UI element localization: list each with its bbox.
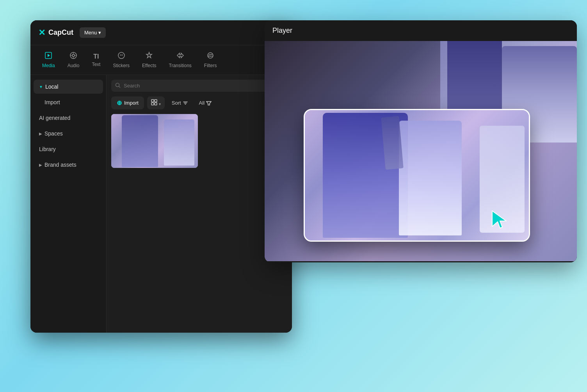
tool-filters-label: Filters	[204, 63, 217, 68]
chevron-down-icon: ▾	[159, 102, 161, 106]
view-toggle-button[interactable]: ▾	[147, 96, 165, 109]
app-name: CapCut	[48, 29, 73, 37]
tool-transitions[interactable]: Transitions	[164, 48, 197, 71]
vr-thumbnail-1	[111, 114, 198, 168]
main-toolbar: Media Audio TI Text	[30, 45, 292, 75]
second-person-silhouette	[399, 121, 462, 235]
import-button[interactable]: ⊕ Import	[111, 96, 144, 109]
app-logo: ✕ CapCut	[38, 28, 73, 38]
tool-audio-label: Audio	[68, 63, 80, 68]
player-title: Player	[272, 27, 292, 34]
effects-icon	[145, 52, 153, 61]
tool-audio[interactable]: Audio	[62, 48, 85, 71]
brand-assets-arrow-icon: ▶	[39, 163, 42, 167]
svg-rect-7	[151, 100, 154, 102]
filters-icon	[206, 52, 214, 61]
sidebar: ▼ Local Import AI generated ▶ Spaces Lib…	[30, 75, 107, 333]
search-wrapper	[111, 80, 287, 92]
svg-marker-1	[48, 54, 50, 57]
svg-marker-11	[492, 211, 506, 228]
menu-button[interactable]: Menu ▾	[80, 27, 106, 38]
player-header: Player	[265, 20, 577, 41]
player-content	[265, 41, 577, 261]
logo-icon: ✕	[38, 28, 45, 38]
all-label: All	[199, 100, 205, 106]
tool-stickers[interactable]: Stickers	[107, 48, 135, 71]
filter-all-button[interactable]: All	[195, 97, 215, 109]
menu-label: Menu ▾	[84, 30, 101, 36]
app-header: ✕ CapCut Menu ▾	[30, 20, 292, 45]
sidebar-brand-assets-label: Brand assets	[44, 162, 76, 168]
sidebar-item-import[interactable]: Import	[34, 95, 103, 109]
player-window: Player	[265, 20, 577, 262]
local-arrow-icon: ▼	[39, 85, 43, 89]
import-label: Import	[124, 100, 139, 106]
sort-button[interactable]: Sort	[168, 97, 192, 109]
tool-text[interactable]: TI Text	[86, 50, 106, 70]
svg-rect-8	[155, 100, 157, 102]
tool-media-label: Media	[42, 63, 55, 68]
tool-filters[interactable]: Filters	[199, 48, 222, 71]
svg-point-3	[72, 54, 75, 57]
cursor-arrow	[489, 209, 509, 231]
floating-media-card[interactable]	[304, 109, 530, 242]
transitions-icon	[176, 52, 184, 61]
svg-rect-9	[151, 103, 154, 105]
sidebar-item-spaces[interactable]: ▶ Spaces	[34, 127, 103, 141]
tool-text-label: Text	[92, 62, 100, 67]
sidebar-import-label: Import	[44, 99, 60, 105]
tool-stickers-label: Stickers	[113, 63, 130, 68]
sidebar-item-ai-generated[interactable]: AI generated	[34, 111, 103, 125]
sidebar-spaces-label: Spaces	[44, 130, 63, 137]
tool-effects-label: Effects	[142, 63, 156, 68]
sidebar-local-label: Local	[45, 84, 58, 90]
stickers-icon	[117, 52, 125, 61]
sidebar-ai-label: AI generated	[39, 115, 70, 121]
audio-icon	[69, 52, 77, 61]
sidebar-item-library[interactable]: Library	[34, 142, 103, 156]
sidebar-item-brand-assets[interactable]: ▶ Brand assets	[34, 158, 103, 172]
main-content: ▼ Local Import AI generated ▶ Spaces Lib…	[30, 75, 292, 333]
tool-effects[interactable]: Effects	[137, 48, 162, 71]
tool-transitions-label: Transitions	[169, 63, 192, 68]
spaces-arrow-icon: ▶	[39, 132, 42, 136]
media-grid	[111, 114, 287, 168]
search-input[interactable]	[111, 80, 287, 92]
search-icon	[115, 82, 121, 89]
media-panel: ⊕ Import ▾ Sort	[107, 75, 292, 333]
svg-point-4	[118, 52, 125, 59]
import-plus-icon: ⊕	[117, 99, 122, 107]
sidebar-item-local[interactable]: ▼ Local	[34, 80, 103, 94]
sidebar-library-label: Library	[39, 146, 56, 152]
media-toolbar-row: ⊕ Import ▾ Sort	[111, 96, 287, 109]
sort-label: Sort	[172, 100, 181, 106]
media-icon	[44, 52, 52, 61]
app-window: ✕ CapCut Menu ▾ Media	[30, 20, 292, 333]
media-thumb-1[interactable]	[111, 114, 198, 168]
svg-rect-10	[155, 103, 157, 105]
text-icon: TI	[93, 53, 99, 60]
tool-media[interactable]: Media	[37, 48, 60, 71]
